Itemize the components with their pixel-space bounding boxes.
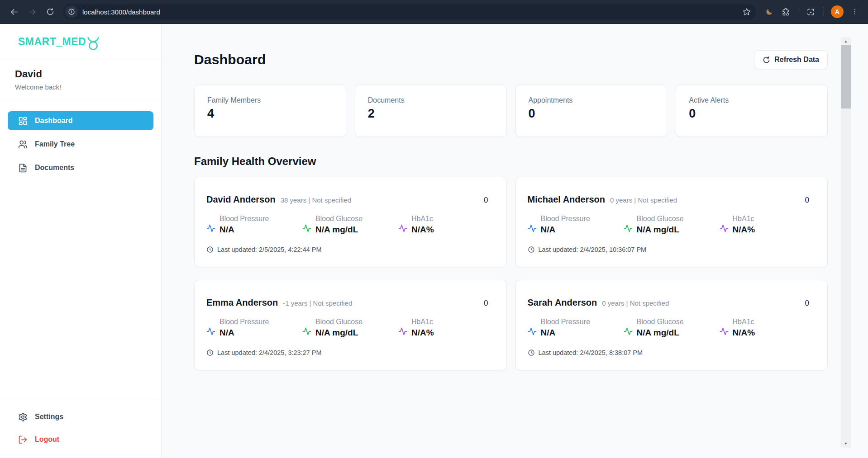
metric-hba1c: HbA1c N/A% bbox=[720, 318, 755, 338]
user-greeting: David Welcome back! bbox=[0, 58, 161, 101]
pulse-icon-green bbox=[624, 224, 633, 233]
stat-value: 4 bbox=[207, 107, 333, 121]
stat-card-documents: Documents 2 bbox=[355, 85, 507, 137]
users-icon bbox=[18, 139, 28, 149]
reload-icon bbox=[46, 8, 54, 16]
member-card: Michael Anderson 0 years | Not specified… bbox=[515, 177, 828, 267]
url-text: localhost:3000/dashboard bbox=[82, 8, 743, 16]
metric-value-bp: N/A bbox=[541, 328, 590, 338]
stat-label: Active Alerts bbox=[689, 96, 815, 104]
forward-arrow-icon bbox=[28, 8, 37, 16]
sidebar-item-documents[interactable]: Documents bbox=[8, 158, 153, 177]
sidebar-item-family-tree[interactable]: Family Tree bbox=[8, 135, 153, 154]
member-meta: -1 years | Not specified bbox=[283, 299, 352, 307]
member-last-updated: Last updated: 2/4/2025, 10:36:07 PM bbox=[528, 246, 810, 253]
metric-value-bp: N/A bbox=[219, 328, 269, 338]
toolbar-divider bbox=[823, 7, 824, 16]
member-alert-count: 0 bbox=[805, 299, 809, 308]
moon-icon bbox=[765, 8, 773, 16]
last-updated-text: Last updated: 2/4/2025, 8:38:07 PM bbox=[539, 349, 643, 356]
dark-mode-extension-button[interactable] bbox=[763, 5, 776, 19]
page-header: Dashboard Refresh Data bbox=[194, 50, 828, 69]
metric-hba1c: HbA1c N/A% bbox=[720, 215, 755, 235]
metric-label: Blood Pressure bbox=[541, 318, 590, 326]
pulse-icon-green bbox=[302, 224, 311, 233]
toolbar-divider bbox=[798, 7, 798, 16]
pulse-icon-purple bbox=[720, 327, 729, 336]
refresh-icon bbox=[763, 56, 770, 64]
clock-icon bbox=[206, 246, 214, 253]
browser-reload-button[interactable] bbox=[43, 4, 58, 19]
pulse-icon-green bbox=[302, 327, 311, 336]
page-title: Dashboard bbox=[194, 52, 266, 67]
metric-value-hba1c: N/A% bbox=[733, 225, 755, 235]
member-meta: 0 years | Not specified bbox=[602, 299, 669, 307]
metric-value-glucose: N/A mg/dL bbox=[637, 225, 684, 235]
member-meta: 38 years | Not specified bbox=[281, 196, 351, 204]
metric-value-bp: N/A bbox=[541, 225, 590, 235]
metric-blood-glucose: Blood Glucose N/A mg/dL bbox=[624, 318, 720, 338]
gear-icon bbox=[18, 412, 28, 422]
sidebar-item-label: Settings bbox=[35, 413, 63, 421]
app-logo: SMART_MED bbox=[18, 34, 152, 49]
star-icon bbox=[743, 8, 751, 16]
sidebar: SMART_MED David Welcome back! Dashboard bbox=[0, 24, 162, 458]
section-title: Family Health Overview bbox=[194, 155, 828, 168]
member-last-updated: Last updated: 2/5/2025, 4:22:44 PM bbox=[206, 246, 488, 253]
puzzle-icon bbox=[782, 8, 790, 16]
member-name: Sarah Anderson bbox=[528, 297, 597, 308]
capture-icon bbox=[806, 8, 815, 16]
scrollbar-up-arrow[interactable]: ▲ bbox=[841, 37, 851, 45]
scrollbar-thumb[interactable] bbox=[841, 45, 851, 109]
member-card: Sarah Anderson 0 years | Not specified 0… bbox=[515, 280, 828, 370]
extensions-button[interactable] bbox=[779, 5, 792, 19]
metric-value-glucose: N/A mg/dL bbox=[637, 328, 684, 338]
member-header: Michael Anderson 0 years | Not specified… bbox=[528, 194, 810, 205]
browser-profile-avatar[interactable]: A bbox=[831, 5, 844, 18]
sidebar-item-label: Dashboard bbox=[35, 117, 73, 125]
member-metrics: Blood Pressure N/A Blood Glucose N/A mg/… bbox=[528, 215, 810, 235]
member-alert-count: 0 bbox=[484, 196, 488, 205]
member-alert-count: 0 bbox=[484, 299, 488, 308]
metric-blood-pressure: Blood Pressure N/A bbox=[206, 215, 302, 235]
scrollbar-down-arrow[interactable]: ▼ bbox=[841, 439, 851, 448]
bookmark-star-button[interactable] bbox=[743, 8, 751, 16]
sidebar-item-dashboard[interactable]: Dashboard bbox=[8, 111, 153, 130]
logout-icon bbox=[18, 434, 28, 444]
member-metrics: Blood Pressure N/A Blood Glucose N/A mg/… bbox=[528, 318, 810, 338]
stat-label: Family Members bbox=[207, 96, 333, 104]
taurus-logo-icon bbox=[86, 37, 100, 51]
stat-value: 0 bbox=[689, 107, 815, 121]
address-bar[interactable]: localhost:3000/dashboard bbox=[63, 4, 756, 19]
pulse-icon-purple bbox=[398, 327, 407, 336]
stat-card-active-alerts: Active Alerts 0 bbox=[676, 85, 828, 137]
metric-blood-pressure: Blood Pressure N/A bbox=[528, 318, 624, 338]
kebab-menu-icon bbox=[851, 8, 858, 15]
browser-back-button[interactable] bbox=[6, 4, 22, 19]
logo-container: SMART_MED bbox=[0, 24, 161, 58]
metric-label: HbA1c bbox=[733, 318, 755, 326]
member-card: Emma Anderson -1 years | Not specified 0… bbox=[194, 280, 507, 370]
stat-card-family-members: Family Members 4 bbox=[194, 85, 346, 137]
sidebar-item-settings[interactable]: Settings bbox=[8, 407, 153, 426]
tab-capture-button[interactable] bbox=[804, 5, 817, 19]
metric-hba1c: HbA1c N/A% bbox=[398, 318, 434, 338]
metric-blood-glucose: Blood Glucose N/A mg/dL bbox=[624, 215, 720, 235]
member-name: Michael Anderson bbox=[528, 194, 606, 205]
sidebar-item-logout[interactable]: Logout bbox=[8, 430, 153, 449]
site-info-button[interactable] bbox=[65, 5, 78, 18]
metric-hba1c: HbA1c N/A% bbox=[398, 215, 434, 235]
refresh-button-label: Refresh Data bbox=[774, 56, 819, 64]
sidebar-nav: Dashboard Family Tree Documents bbox=[0, 101, 161, 187]
browser-menu-button[interactable] bbox=[848, 5, 862, 19]
clock-icon bbox=[528, 349, 535, 356]
refresh-data-button[interactable]: Refresh Data bbox=[754, 50, 828, 69]
member-last-updated: Last updated: 2/4/2025, 8:38:07 PM bbox=[528, 349, 810, 356]
welcome-text: Welcome back! bbox=[15, 83, 152, 91]
last-updated-text: Last updated: 2/4/2025, 10:36:07 PM bbox=[539, 246, 647, 253]
browser-forward-button[interactable] bbox=[24, 4, 40, 19]
members-grid: David Anderson 38 years | Not specified … bbox=[194, 177, 828, 370]
clock-icon bbox=[528, 246, 535, 253]
metric-value-glucose: N/A mg/dL bbox=[315, 328, 362, 338]
member-meta: 0 years | Not specified bbox=[610, 196, 677, 204]
